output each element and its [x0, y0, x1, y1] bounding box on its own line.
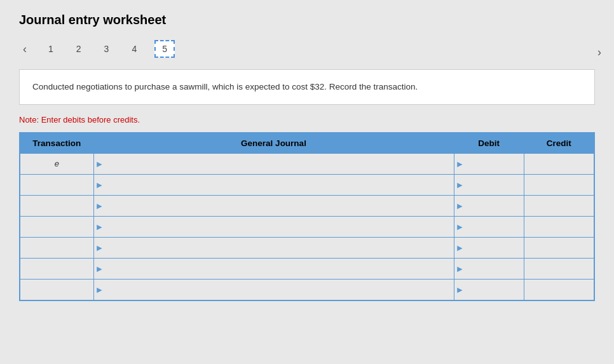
- nav-page-3[interactable]: 3: [99, 41, 114, 57]
- table-container: Transaction General Journal Debit Credit…: [19, 132, 595, 301]
- nav-page-5[interactable]: 5: [154, 40, 175, 58]
- debit-cell-3[interactable]: ►: [454, 216, 524, 237]
- debit-cell-1[interactable]: ►: [454, 174, 524, 195]
- credit-cell-2[interactable]: [524, 195, 594, 216]
- credit-cell-0[interactable]: [524, 153, 594, 174]
- table-row: ► ►: [20, 195, 594, 216]
- journal-table: Transaction General Journal Debit Credit…: [20, 133, 594, 300]
- debit-cell-4[interactable]: ►: [454, 237, 524, 258]
- table-row: ► ►: [20, 258, 594, 279]
- page-title: Journal entry worksheet: [19, 13, 595, 27]
- debit-arrow-6: ►: [456, 285, 465, 295]
- journal-cell-5[interactable]: ►: [93, 258, 454, 279]
- credit-cell-5[interactable]: [524, 258, 594, 279]
- journal-cell-0[interactable]: ►: [93, 153, 454, 174]
- debit-arrow-4: ►: [456, 243, 465, 253]
- debit-arrow-5: ►: [456, 264, 465, 274]
- description-text: Conducted negotiations to purchase a saw…: [32, 82, 418, 91]
- journal-cell-3[interactable]: ►: [93, 216, 454, 237]
- journal-arrow-4: ►: [95, 243, 104, 253]
- transaction-cell-3: [20, 216, 94, 237]
- transaction-cell-0: e: [20, 153, 94, 174]
- transaction-cell-4: [20, 237, 94, 258]
- header-debit: Debit: [454, 133, 524, 153]
- credit-cell-3[interactable]: [524, 216, 594, 237]
- transaction-cell-2: [20, 195, 94, 216]
- table-row: ► ►: [20, 216, 594, 237]
- debit-cell-0[interactable]: ►: [454, 153, 524, 174]
- debit-cell-5[interactable]: ►: [454, 258, 524, 279]
- journal-arrow-2: ►: [95, 201, 104, 211]
- credit-cell-6[interactable]: [524, 279, 594, 300]
- next-arrow[interactable]: ›: [597, 46, 601, 59]
- header-credit: Credit: [524, 133, 594, 153]
- prev-arrow[interactable]: ‹: [19, 41, 31, 57]
- page-container: Journal entry worksheet ‹ 1 2 3 4 5 › Co…: [0, 0, 614, 364]
- transaction-value-0: e: [55, 159, 59, 168]
- journal-arrow-0: ►: [95, 159, 104, 169]
- journal-cell-1[interactable]: ►: [93, 174, 454, 195]
- note-text: Note: Enter debits before credits.: [19, 115, 595, 125]
- nav-container: ‹ 1 2 3 4 5: [19, 40, 595, 58]
- nav-page-2[interactable]: 2: [71, 41, 86, 57]
- table-row: e ► ►: [20, 153, 594, 174]
- transaction-cell-6: [20, 279, 94, 300]
- journal-cell-2[interactable]: ►: [93, 195, 454, 216]
- nav-page-4[interactable]: 4: [126, 41, 142, 57]
- debit-arrow-1: ►: [456, 180, 465, 190]
- journal-arrow-3: ►: [95, 222, 104, 232]
- table-row: ► ►: [20, 237, 594, 258]
- header-journal: General Journal: [93, 133, 454, 153]
- debit-cell-2[interactable]: ►: [454, 195, 524, 216]
- debit-arrow-0: ►: [456, 159, 465, 169]
- journal-cell-4[interactable]: ►: [93, 237, 454, 258]
- transaction-cell-5: [20, 258, 94, 279]
- description-box: Conducted negotiations to purchase a saw…: [19, 69, 595, 105]
- journal-arrow-6: ►: [95, 285, 104, 295]
- table-row: ► ►: [20, 174, 594, 195]
- table-row: ► ►: [20, 279, 594, 300]
- credit-cell-1[interactable]: [524, 174, 594, 195]
- table-header-row: Transaction General Journal Debit Credit: [20, 133, 594, 153]
- debit-arrow-2: ►: [456, 201, 465, 211]
- debit-arrow-3: ►: [456, 222, 465, 232]
- debit-cell-6[interactable]: ►: [454, 279, 524, 300]
- credit-cell-4[interactable]: [524, 237, 594, 258]
- nav-page-1[interactable]: 1: [43, 41, 58, 57]
- journal-arrow-1: ►: [95, 180, 104, 190]
- journal-cell-6[interactable]: ►: [93, 279, 454, 300]
- transaction-cell-1: [20, 174, 94, 195]
- journal-arrow-5: ►: [95, 264, 104, 274]
- header-transaction: Transaction: [20, 133, 94, 153]
